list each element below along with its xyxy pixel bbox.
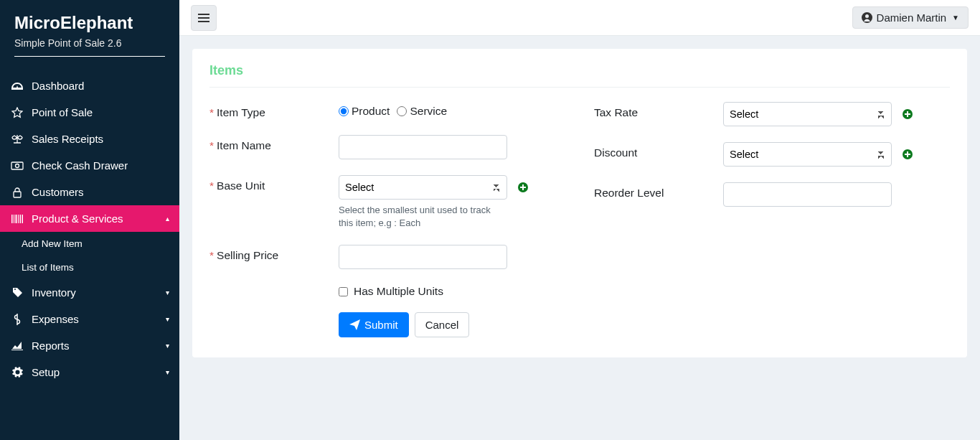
caret-down-icon: ▼ [952, 14, 959, 22]
base-unit-helper: Select the smallest unit used to track t… [339, 204, 507, 229]
svg-rect-0 [11, 162, 23, 169]
sidebar-item-label: Inventory [32, 286, 76, 299]
add-base-unit-button[interactable] [517, 182, 529, 193]
svg-rect-10 [198, 17, 209, 19]
item-type-label: *Item Type [209, 102, 339, 119]
svg-rect-11 [198, 21, 209, 22]
multi-unit-label: Has Multiple Units [354, 285, 443, 298]
svg-point-1 [16, 164, 19, 167]
discount-label: Discount [594, 142, 723, 159]
subnav-add-item[interactable]: Add New Item [0, 232, 179, 256]
chart-icon [10, 341, 24, 350]
item-type-service-radio[interactable]: Service [397, 105, 447, 118]
reorder-level-input[interactable] [723, 182, 892, 207]
cancel-button[interactable]: Cancel [415, 312, 470, 337]
svg-rect-5 [16, 215, 17, 223]
multi-unit-checkbox[interactable] [339, 287, 348, 296]
reorder-level-label: Reorder Level [594, 182, 723, 200]
sidebar-item-customers[interactable]: Customers [0, 179, 179, 205]
star-icon [10, 107, 24, 118]
item-name-label: *Item Name [209, 135, 339, 152]
sidebar-item-label: Reports [32, 340, 70, 352]
cash-icon [10, 162, 24, 170]
sidebar-item-label: Customers [32, 186, 84, 198]
svg-rect-4 [14, 215, 14, 223]
sidebar-item-label: Setup [32, 366, 60, 378]
tax-rate-select[interactable]: Select [723, 102, 892, 126]
page-title: Items [209, 63, 950, 88]
sidebar-item-label: Expenses [32, 313, 79, 325]
user-name: Damien Martin [877, 11, 947, 24]
svg-rect-2 [14, 192, 21, 197]
sidebar-item-dashboard[interactable]: Dashboard [0, 72, 179, 99]
svg-rect-7 [20, 215, 22, 223]
topbar: Damien Martin ▼ [179, 0, 980, 36]
dollar-icon [10, 314, 24, 325]
selling-price-label: *Selling Price [209, 245, 339, 262]
sidebar-item-expenses[interactable]: Expenses ▾ [0, 306, 179, 332]
tag-icon [10, 287, 24, 298]
chevron-up-icon: ▴ [166, 215, 169, 223]
base-unit-select[interactable]: Select [339, 175, 507, 200]
svg-rect-6 [18, 215, 19, 223]
sidebar-submenu-products: Add New Item List of Items [0, 232, 179, 279]
selling-price-input[interactable] [339, 245, 507, 269]
sidebar-item-label: Product & Services [32, 212, 123, 225]
sidebar: MicroElephant Simple Point of Sale 2.6 D… [0, 0, 179, 440]
main-content: Items *Item Type Product S [179, 36, 980, 370]
sidebar-item-sales-receipts[interactable]: Sales Receipts [0, 126, 179, 152]
hamburger-icon [198, 13, 209, 23]
item-name-input[interactable] [339, 135, 507, 159]
chevron-down-icon: ▾ [166, 315, 169, 323]
sidebar-item-cash-drawer[interactable]: Check Cash Drawer [0, 152, 179, 179]
svg-rect-9 [198, 14, 209, 15]
dashboard-icon [10, 81, 24, 91]
sidebar-item-reports[interactable]: Reports ▾ [0, 332, 179, 359]
item-type-product-radio[interactable]: Product [339, 105, 390, 118]
sidebar-item-pos[interactable]: Point of Sale [0, 99, 179, 126]
svg-point-13 [865, 14, 869, 18]
tax-rate-label: Tax Rate [594, 102, 723, 119]
chevron-down-icon: ▾ [166, 342, 169, 350]
barcode-icon [10, 214, 24, 224]
brand-block: MicroElephant Simple Point of Sale 2.6 [0, 0, 179, 62]
sidebar-item-setup[interactable]: Setup ▾ [0, 359, 179, 385]
add-tax-rate-button[interactable] [902, 108, 913, 120]
lock-icon [10, 187, 24, 198]
discount-select[interactable]: Select [723, 142, 892, 167]
brand-name: MicroElephant [14, 13, 165, 33]
sidebar-item-label: Sales Receipts [32, 133, 103, 145]
user-icon [862, 12, 872, 23]
base-unit-label: *Base Unit [209, 175, 339, 192]
gear-icon [10, 367, 24, 378]
sidebar-item-inventory[interactable]: Inventory ▾ [0, 279, 179, 306]
items-card: Items *Item Type Product S [192, 49, 967, 357]
scale-icon [10, 134, 24, 144]
svg-rect-8 [22, 215, 24, 223]
svg-rect-3 [11, 215, 13, 223]
user-menu-button[interactable]: Damien Martin ▼ [852, 6, 969, 29]
sidebar-item-products[interactable]: Product & Services ▴ [0, 205, 179, 232]
submit-button[interactable]: Submit [339, 312, 409, 337]
brand-tagline: Simple Point of Sale 2.6 [14, 37, 165, 57]
chevron-down-icon: ▾ [166, 368, 169, 376]
menu-toggle-button[interactable] [191, 5, 217, 31]
sidebar-item-label: Check Cash Drawer [32, 159, 128, 172]
add-discount-button[interactable] [902, 149, 913, 160]
subnav-list-items[interactable]: List of Items [0, 256, 179, 279]
sidebar-item-label: Dashboard [32, 80, 84, 92]
sidebar-item-label: Point of Sale [32, 106, 93, 118]
paper-plane-icon [349, 319, 360, 330]
chevron-down-icon: ▾ [166, 289, 169, 296]
